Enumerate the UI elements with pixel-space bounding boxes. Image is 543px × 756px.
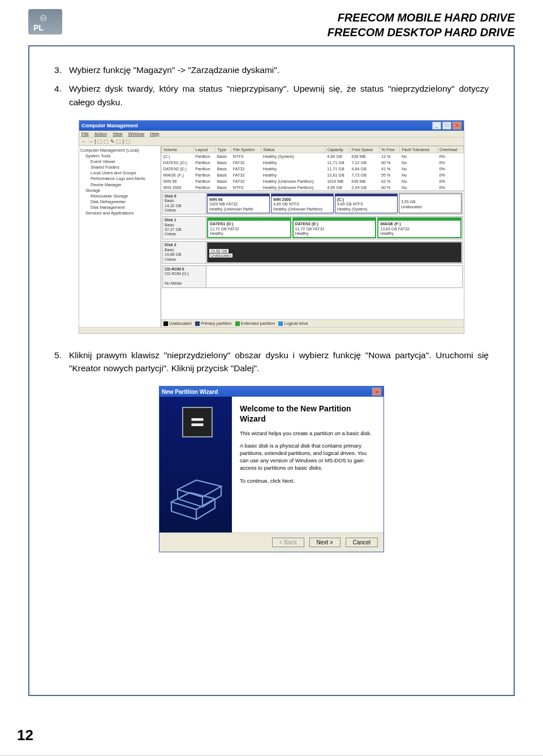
- col-status[interactable]: Status: [261, 146, 326, 153]
- tree-event-viewer[interactable]: Event Viewer: [80, 159, 160, 165]
- col-layout[interactable]: Layout: [193, 146, 215, 153]
- col-capacity[interactable]: Capacity: [325, 146, 350, 153]
- disk-icon: [182, 407, 213, 437]
- tree-shared-folders[interactable]: Shared Folders: [80, 165, 160, 170]
- col-fs[interactable]: File System: [231, 146, 261, 153]
- step-list-2: 5. Kliknij prawym klawisz "nieprzydzielo…: [54, 349, 489, 375]
- tree-disk-mgmt[interactable]: Disk Management: [80, 205, 160, 211]
- scroll-bar[interactable]: [79, 327, 464, 333]
- col-over[interactable]: Overhead: [438, 146, 464, 153]
- disk-0-part-win98[interactable]: WIN 981020 MB FAT32Healthy (Unknown Part…: [207, 194, 270, 214]
- tree-storage[interactable]: Storage: [80, 188, 160, 194]
- product-title: FREECOM MOBILE HARD DRIVE FREECOM DESKTO…: [327, 9, 515, 40]
- wizard-button-bar: < Back Next > Cancel: [160, 532, 383, 552]
- wizard-p1: This wizard helps you create a partition…: [240, 430, 376, 437]
- step-list: 3. Wybierz funkcję "Magazyn" -> "Zarządz…: [54, 63, 489, 109]
- window-buttons: _ □ ×: [432, 122, 462, 130]
- disk-0-part-win2000[interactable]: WIN 20004,89 GB NTFSHealthy (Unknown Par…: [271, 194, 334, 214]
- cm-nav-tree: Computer Management (Local) System Tools…: [79, 146, 161, 327]
- cm-toolbar: ← → | ⬚ ⬚ ✎ ⬚ | ⬚: [79, 138, 464, 146]
- disk-1-label: Disk 1 Basic 37,27 GB Online: [163, 217, 206, 239]
- minimize-icon[interactable]: _: [432, 122, 441, 130]
- wizard-close-icon[interactable]: ×: [372, 388, 381, 396]
- tree-system-tools[interactable]: System Tools: [80, 153, 160, 159]
- table-row[interactable]: WIN 98PartitionBasicFAT32Healthy (Unknow…: [162, 178, 464, 184]
- maximize-icon[interactable]: □: [442, 122, 451, 130]
- disk-graphical-panel: Disk 0 Basic 14,32 GB Online WIN 981020 …: [161, 191, 464, 319]
- disk-legend: Unallocated Primary partition Extended p…: [161, 319, 464, 327]
- cm-menubar: File Action View Window Help: [79, 131, 464, 138]
- tree-removable[interactable]: Removable Storage: [80, 194, 160, 199]
- step-3: 3. Wybierz funkcję "Magazyn" -> "Zarządz…: [54, 63, 489, 76]
- volume-table: Volume Layout Type File System Status Ca…: [161, 146, 464, 191]
- table-row[interactable]: (C:)PartitionBasicNTFSHealthy (System)4,…: [162, 153, 464, 160]
- disk-0-part-c[interactable]: (C:)4,89 GB NTFSHealthy (System): [335, 194, 398, 214]
- step-5: 5. Kliknij prawym klawisz "nieprzydzielo…: [54, 349, 489, 375]
- cm-title: Computer Management: [81, 123, 138, 128]
- title-line-1: FREECOM MOBILE HARD DRIVE: [327, 10, 515, 25]
- badge-text: PL: [33, 23, 44, 32]
- table-row[interactable]: IMAGE (F:)PartitionBasicFAT32Healthy13,8…: [162, 172, 464, 178]
- col-fault[interactable]: Fault Tolerance: [400, 146, 438, 153]
- tree-defrag[interactable]: Disk Defragmenter: [80, 199, 160, 205]
- disk-1-row: Disk 1 Basic 37,27 GB Online DATEN1 (D:)…: [162, 216, 463, 239]
- tree-root[interactable]: Computer Management (Local): [80, 148, 160, 153]
- wizard-p2: A basic disk is a physical disk that con…: [240, 443, 376, 471]
- tree-services[interactable]: Services and Applications: [80, 211, 160, 216]
- disk-2-label: Disk 2 Basic 19,00 GB Online: [163, 242, 206, 263]
- computer-management-screenshot: Computer Management _ □ × File Action Vi…: [79, 120, 464, 334]
- tree-local-users[interactable]: Local Users and Groups: [80, 170, 160, 176]
- tree-device-manager[interactable]: Device Manager: [80, 182, 160, 188]
- disk-0-unallocated[interactable]: 3,55 GBUnallocated: [399, 194, 462, 214]
- wizard-heading: Welcome to the New Partition Wizard: [240, 403, 376, 424]
- table-row[interactable]: DATEN1 (D:)PartitionBasicFAT32Healthy11,…: [162, 160, 464, 166]
- next-button[interactable]: Next >: [309, 538, 341, 547]
- col-free[interactable]: Free Space: [350, 146, 380, 153]
- wizard-title: New Partition Wizard: [162, 389, 218, 395]
- cdrom-label: CD-ROM 0 CD-ROM (G:) No Media: [163, 266, 206, 287]
- table-row[interactable]: DATEN2 (E:)PartitionBasicFAT32Healthy11,…: [162, 166, 464, 172]
- cm-titlebar: Computer Management _ □ ×: [79, 121, 464, 131]
- disk-1-image[interactable]: IMAGE (F:)13,83 GB FAT32Healthy: [377, 217, 462, 238]
- cdrom-row: CD-ROM 0 CD-ROM (G:) No Media: [162, 265, 463, 288]
- document-page: ⊖ PL FREECOM MOBILE HARD DRIVE FREECOM D…: [0, 0, 543, 756]
- disk-0-label: Disk 0 Basic 14,32 GB Online: [163, 193, 206, 214]
- cancel-button[interactable]: Cancel: [346, 538, 378, 547]
- content-frame: 3. Wybierz funkcję "Magazyn" -> "Zarządz…: [28, 45, 515, 696]
- close-icon[interactable]: ×: [453, 122, 462, 130]
- menu-file[interactable]: File: [81, 131, 89, 136]
- disk-0-row: Disk 0 Basic 14,32 GB Online WIN 981020 …: [162, 192, 463, 215]
- disk-1-daten1[interactable]: DATEN1 (D:)11,72 GB FAT32Healthy: [207, 217, 291, 238]
- page-header: ⊖ PL FREECOM MOBILE HARD DRIVE FREECOM D…: [28, 9, 515, 40]
- drive-stack-icon: [165, 465, 227, 527]
- badge-icon: ⊖: [40, 12, 47, 23]
- menu-help[interactable]: Help: [150, 131, 159, 136]
- disk-2-row: Disk 2 Basic 19,00 GB Online 19,00 GBUna…: [162, 241, 463, 264]
- menu-view[interactable]: View: [113, 131, 122, 136]
- wizard-sidebar-art: [160, 397, 232, 532]
- col-type[interactable]: Type: [216, 146, 231, 153]
- menu-action[interactable]: Action: [94, 131, 107, 136]
- step-4: 4. Wybierz dysk twardy, który ma status …: [54, 82, 489, 109]
- back-button: < Back: [272, 538, 304, 547]
- wizard-titlebar: New Partition Wizard ×: [160, 386, 383, 397]
- title-line-2: FREECOM DESKTOP HARD DRIVE: [327, 25, 515, 40]
- col-volume[interactable]: Volume: [162, 146, 194, 153]
- disk-2-unallocated[interactable]: 19,00 GBUnallocated: [207, 242, 462, 263]
- page-number: 12: [17, 727, 33, 744]
- col-pct[interactable]: % Free: [380, 146, 400, 153]
- table-row[interactable]: WIN 2000PartitionBasicNTFSHealthy (Unkno…: [162, 184, 464, 191]
- tree-perf-logs[interactable]: Performance Logs and Alerts: [80, 176, 160, 182]
- language-badge: ⊖ PL: [28, 9, 62, 35]
- disk-1-daten2[interactable]: DATEN2 (E:)11,72 GB FAT32Healthy: [292, 217, 377, 238]
- wizard-p3: To continue, click Next.: [240, 478, 376, 485]
- new-partition-wizard-screenshot: New Partition Wizard ×: [159, 386, 384, 552]
- menu-window[interactable]: Window: [128, 131, 144, 136]
